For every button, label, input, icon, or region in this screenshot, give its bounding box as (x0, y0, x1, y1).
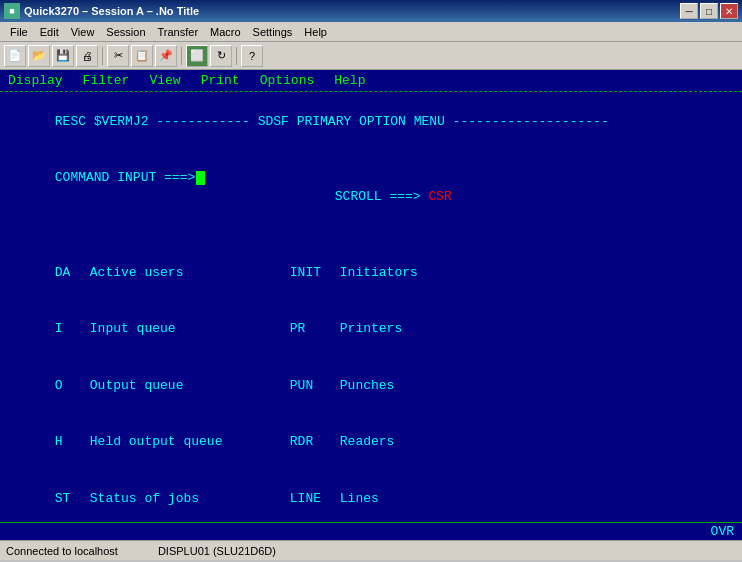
term-menu-help[interactable]: Help (334, 73, 365, 88)
menu-row-0: DAActive usersINITInitiators (8, 245, 734, 302)
blank-line-1 (8, 226, 734, 245)
window-controls: ─ □ ✕ (680, 3, 738, 19)
ovr-status-bar: OVR (0, 522, 742, 540)
cursor (196, 171, 205, 185)
connected-status: Connected to localhost (6, 545, 118, 557)
app-icon: ■ (4, 3, 20, 19)
toolbar-cut[interactable]: ✂ (107, 45, 129, 67)
command-line[interactable]: COMMAND INPUT ===> SCROLL ===> CSR (8, 151, 734, 226)
bottom-status-bar: Connected to localhost DISPLU01 (SLU21D6… (0, 540, 742, 560)
menu-file[interactable]: File (4, 24, 34, 40)
toolbar-new[interactable]: 📄 (4, 45, 26, 67)
menu-macro[interactable]: Macro (204, 24, 247, 40)
toolbar-refresh[interactable]: ↻ (210, 45, 232, 67)
toolbar: 📄 📂 💾 🖨 ✂ 📋 📌 ⬜ ↻ ? (0, 42, 742, 70)
menu-row-4: STStatus of jobsLINELines (8, 471, 734, 522)
toolbar-open[interactable]: 📂 (28, 45, 50, 67)
menu-settings[interactable]: Settings (247, 24, 299, 40)
term-menu-filter[interactable]: Filter (83, 73, 130, 88)
title-bar: ■ Quick3270 – Session A – .No Title ─ □ … (0, 0, 742, 22)
menu-row-1: IInput queuePRPrinters (8, 301, 734, 358)
terminal-menu-bar: Display Filter View Print Options Help (0, 70, 742, 92)
terminal-content: RESC $VERMJ2 ------------ SDSF PRIMARY O… (0, 92, 742, 522)
term-menu-print[interactable]: Print (201, 73, 240, 88)
ovr-label: OVR (711, 524, 734, 539)
toolbar-paste[interactable]: 📌 (155, 45, 177, 67)
sdsf-header: RESC $VERMJ2 ------------ SDSF PRIMARY O… (8, 94, 734, 151)
minimize-button[interactable]: ─ (680, 3, 698, 19)
toolbar-help[interactable]: ? (241, 45, 263, 67)
term-menu-options[interactable]: Options (260, 73, 315, 88)
toolbar-sep3 (236, 47, 237, 65)
toolbar-sep1 (102, 47, 103, 65)
menu-session[interactable]: Session (100, 24, 151, 40)
menu-transfer[interactable]: Transfer (152, 24, 205, 40)
close-button[interactable]: ✕ (720, 3, 738, 19)
menu-help[interactable]: Help (298, 24, 333, 40)
toolbar-copy[interactable]: 📋 (131, 45, 153, 67)
term-menu-view[interactable]: View (149, 73, 180, 88)
session-id: DISPLU01 (SLU21D6D) (158, 545, 276, 557)
maximize-button[interactable]: □ (700, 3, 718, 19)
toolbar-connect[interactable]: ⬜ (186, 45, 208, 67)
menu-view[interactable]: View (65, 24, 101, 40)
term-menu-display[interactable]: Display (8, 73, 63, 88)
menu-bar: File Edit View Session Transfer Macro Se… (0, 22, 742, 42)
toolbar-print[interactable]: 🖨 (76, 45, 98, 67)
menu-row-2: OOutput queuePUNPunches (8, 358, 734, 415)
menu-row-3: HHeld output queueRDRReaders (8, 414, 734, 471)
toolbar-sep2 (181, 47, 182, 65)
menu-edit[interactable]: Edit (34, 24, 65, 40)
toolbar-save[interactable]: 💾 (52, 45, 74, 67)
window-title: Quick3270 – Session A – .No Title (24, 5, 680, 17)
terminal-area[interactable]: Display Filter View Print Options Help R… (0, 70, 742, 522)
